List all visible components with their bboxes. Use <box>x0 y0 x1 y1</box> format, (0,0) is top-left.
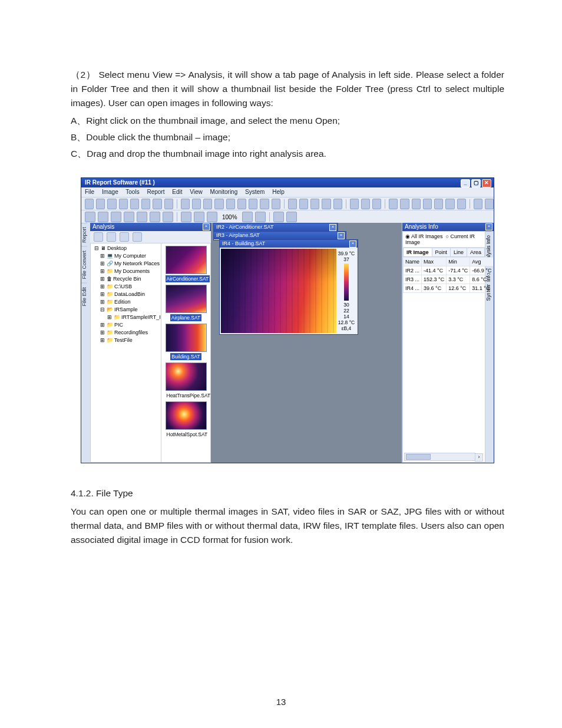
thumbnail-item[interactable]: HotMetalSpot.SAT <box>166 401 207 438</box>
scrollbar-thumb[interactable] <box>406 454 431 460</box>
toolbar-icon[interactable] <box>389 199 398 209</box>
tree-root[interactable]: ⊟ 🖥 Desktop <box>92 245 161 252</box>
tree-node[interactable]: ⊞ 📁 Recordingfiles <box>92 329 161 337</box>
toolbar-icon[interactable] <box>96 199 105 209</box>
window-close-icon[interactable]: × <box>329 224 336 231</box>
toolbar-icon[interactable] <box>445 199 454 209</box>
folder-tree[interactable]: ⊟ 🖥 Desktop ⊞ 💻 My Computer ⊞ 🔗 My Netwo… <box>90 243 163 463</box>
panel-close-icon[interactable]: × <box>203 223 210 230</box>
toolbar-icon[interactable] <box>124 212 134 222</box>
toolbar-icon[interactable] <box>474 199 482 209</box>
toolbar-icon[interactable] <box>372 199 381 209</box>
zoom-out-icon[interactable] <box>181 212 191 222</box>
thumbnail-item[interactable]: AirConditioner.SAT <box>166 246 207 282</box>
tree-node[interactable]: ⊞ 🗑 Recycle Bin <box>92 275 161 283</box>
toolbar-icon[interactable] <box>119 199 128 209</box>
toolbar-icon[interactable] <box>85 212 95 222</box>
undo-icon[interactable] <box>273 212 284 222</box>
menu-tools[interactable]: Tools <box>125 189 139 195</box>
tab-area[interactable]: Area <box>467 248 485 256</box>
toolbar-icon[interactable] <box>299 199 308 209</box>
tree-node[interactable]: ⊞ 📁 DataLoadBin <box>92 291 161 298</box>
toolbar-icon[interactable] <box>322 199 330 209</box>
tree-node[interactable]: ⊞ 📁 Edition <box>92 298 161 306</box>
toolbar-icon[interactable] <box>400 199 409 209</box>
menu-view[interactable]: View <box>190 189 203 195</box>
toolbar-icon[interactable] <box>412 199 421 209</box>
tab-ir-image[interactable]: IR Image <box>403 248 432 256</box>
toolbar-icon[interactable] <box>141 199 150 209</box>
toolbar-icon[interactable] <box>98 212 108 222</box>
table-row[interactable]: IR4 ...39.6 °C12.6 °C31.1 °C <box>404 284 494 293</box>
toolbar-icon[interactable] <box>153 199 161 209</box>
radio-all-images[interactable]: ◉ All IR Images <box>405 233 443 239</box>
toolbar-icon[interactable] <box>214 199 223 209</box>
table-row[interactable]: IR3 ...152.3 °C3.3 °C8.6 °C <box>404 275 494 284</box>
window-close-icon[interactable]: × <box>338 232 345 239</box>
tree-node[interactable]: ⊞ 🔗 My Network Places <box>92 260 161 268</box>
toolbar-icon[interactable] <box>333 199 342 209</box>
panel-close-icon[interactable]: × <box>485 223 492 230</box>
toolbar-icon[interactable] <box>434 199 443 209</box>
toolbar-icon[interactable] <box>85 199 94 209</box>
toolbar-icon[interactable] <box>150 212 160 222</box>
toolbar-icon[interactable] <box>203 199 212 209</box>
toolbar-icon[interactable] <box>137 212 147 222</box>
window-close-icon[interactable]: × <box>349 241 356 248</box>
tab-file-convert[interactable]: File Convert <box>81 246 87 283</box>
panel-tool-icon[interactable] <box>120 232 129 242</box>
toolbar-icon[interactable] <box>226 199 235 209</box>
redo-icon[interactable] <box>286 212 297 222</box>
thumbnail-item[interactable]: HeatTransPipe.SAT <box>166 363 207 399</box>
menu-report[interactable]: Report <box>147 189 164 195</box>
toolbar-icon[interactable] <box>485 199 494 209</box>
table-row[interactable]: IR2 ...-41.4 °C-71.4 °C-66.9 °C <box>404 266 494 275</box>
image-window-active[interactable]: IR4 - Building.SAT× 39.9 °C 37 30 22 14 … <box>219 239 358 335</box>
toolbar-icon[interactable] <box>260 199 269 209</box>
maximize-button[interactable]: ▢ <box>471 179 481 187</box>
toolbar-icon[interactable] <box>423 199 432 209</box>
toolbar-icon[interactable] <box>272 199 280 209</box>
toolbar-icon[interactable] <box>192 199 201 209</box>
tree-node[interactable]: ⊞ 📁 C:\USB <box>92 283 161 291</box>
tree-node[interactable]: ⊞ 📁 TestFile <box>92 337 161 344</box>
toolbar-icon[interactable] <box>163 212 173 222</box>
horizontal-scrollbar[interactable]: › <box>404 453 475 461</box>
menu-help[interactable]: Help <box>272 189 285 195</box>
tab-report[interactable]: Report <box>81 223 87 246</box>
toolbar-icon[interactable] <box>164 199 173 209</box>
thumbnail-item[interactable]: Building.SAT <box>166 324 207 360</box>
toolbar-icon[interactable] <box>255 212 266 222</box>
menu-image[interactable]: Image <box>102 189 118 195</box>
menu-monitoring[interactable]: Monitoring <box>210 189 238 195</box>
panel-tool-icon[interactable] <box>94 232 103 242</box>
toolbar-icon[interactable] <box>361 199 370 209</box>
zoom-in-icon[interactable] <box>194 212 204 222</box>
toolbar-icon[interactable] <box>310 199 319 209</box>
panel-tool-icon[interactable] <box>133 232 142 242</box>
toolbar-icon[interactable] <box>181 199 190 209</box>
toolbar-icon[interactable] <box>350 199 359 209</box>
thumbnail-item[interactable]: Airplane.SAT <box>166 285 207 321</box>
toolbar-icon[interactable] <box>288 199 297 209</box>
tree-node[interactable]: ⊞ 📁 PIC <box>92 321 161 329</box>
tree-node[interactable]: ⊞ 📁 My Documents <box>92 268 161 275</box>
tab-point[interactable]: Point <box>432 248 451 256</box>
panel-tool-icon[interactable] <box>107 232 116 242</box>
tab-file-edit[interactable]: File Edit <box>81 283 87 310</box>
toolbar-icon[interactable] <box>249 199 257 209</box>
toolbar-icon[interactable] <box>107 199 116 209</box>
toolbar-icon[interactable] <box>130 199 139 209</box>
tree-node[interactable]: ⊞ 📁 IRTSampleIRT_IRT <box>92 314 161 321</box>
tab-line[interactable]: Line <box>450 248 467 256</box>
menu-edit[interactable]: Edit <box>172 189 182 195</box>
minimize-button[interactable]: _ <box>461 179 470 187</box>
close-button[interactable]: ✕ <box>482 179 491 187</box>
menu-file[interactable]: File <box>85 189 94 195</box>
scroll-right-icon[interactable]: › <box>475 453 483 462</box>
tree-node[interactable]: ⊞ 💻 My Computer <box>92 252 161 260</box>
toolbar-icon[interactable] <box>457 199 466 209</box>
menu-system[interactable]: System <box>245 189 265 195</box>
toolbar-icon[interactable] <box>237 199 246 209</box>
tree-node[interactable]: ⊟ 📂 IRSample <box>92 306 161 314</box>
